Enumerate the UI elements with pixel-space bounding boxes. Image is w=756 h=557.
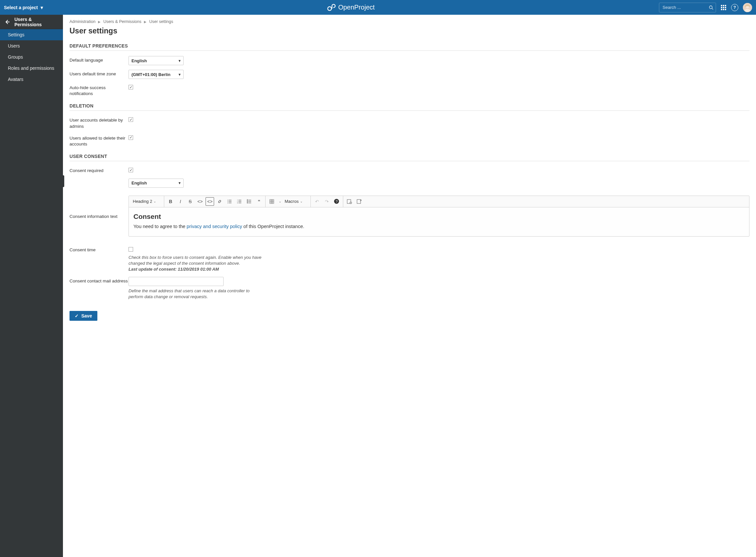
editor-paragraph: You need to agree to the privacy and sec… <box>134 224 745 229</box>
toolbar-macros-select[interactable]: Macros⌄ <box>283 197 308 206</box>
label-default-timezone: Users default time zone <box>69 70 129 77</box>
label-users-delete-own: Users allowed to delete their accounts <box>69 134 129 147</box>
svg-rect-32 <box>357 200 361 203</box>
sidebar-item-avatars[interactable]: Avatars <box>0 74 63 85</box>
table-icon[interactable] <box>268 197 276 206</box>
sidebar-header: Users & Permissions <box>0 15 63 29</box>
input-consent-contact[interactable] <box>129 277 224 286</box>
code-icon[interactable]: <> <box>196 197 204 206</box>
svg-text:3: 3 <box>237 202 238 204</box>
help-icon[interactable]: ? <box>731 4 738 11</box>
svg-point-10 <box>227 203 228 203</box>
chevron-down-icon: ▾ <box>41 5 43 10</box>
strike-icon[interactable]: S <box>186 197 194 206</box>
section-deletion: DELETION <box>69 103 750 109</box>
app-logo[interactable]: OpenProject <box>327 3 375 12</box>
label-auto-hide: Auto-hide success notifications <box>69 84 129 97</box>
preview-icon[interactable] <box>345 197 354 206</box>
label-consent-info: Consent information text <box>69 212 129 219</box>
sidebar-item-settings[interactable]: Settings <box>0 29 63 40</box>
avatar[interactable] <box>743 3 752 12</box>
search-wrap <box>659 3 716 12</box>
svg-point-31 <box>351 203 351 203</box>
section-rule <box>69 110 750 111</box>
bullet-list-icon[interactable] <box>225 197 234 206</box>
svg-rect-22 <box>247 202 248 203</box>
checkbox-users-delete-own[interactable] <box>129 135 133 140</box>
sidebar-resize-handle[interactable] <box>62 175 64 187</box>
search-input[interactable] <box>659 3 716 12</box>
svg-point-0 <box>328 6 331 10</box>
svg-rect-18 <box>247 199 248 200</box>
label-consent-contact: Consent contact mail address <box>69 277 129 284</box>
link-icon[interactable] <box>215 197 224 206</box>
topbar: Select a project ▾ OpenProject ? <box>0 0 756 15</box>
fullscreen-icon[interactable] <box>355 197 364 206</box>
section-default-prefs: DEFAULT PREFERENCES <box>69 43 750 49</box>
help-text-consent-time: Check this box to force users to consent… <box>129 255 263 273</box>
italic-icon[interactable]: I <box>176 197 185 206</box>
svg-rect-24 <box>270 199 274 203</box>
privacy-link[interactable]: privacy and security policy <box>187 224 242 229</box>
breadcrumb: Administration ▶ Users & Permissions ▶ U… <box>69 19 750 24</box>
code-block-icon[interactable]: <> <box>205 197 214 206</box>
label-consent-time: Consent time <box>69 246 129 253</box>
topbar-center: OpenProject <box>43 3 659 12</box>
save-button[interactable]: ✓ Save <box>69 311 97 321</box>
chevron-down-icon: ⌄ <box>300 200 303 203</box>
toolbar-heading-select[interactable]: Heading 2⌄ <box>131 197 162 206</box>
chevron-right-icon: ▶ <box>144 20 146 24</box>
sidebar-item-groups[interactable]: Groups <box>0 52 63 63</box>
editor-toolbar: Heading 2⌄ B I S <> <> 123 “ <box>129 196 749 207</box>
app-logo-text: OpenProject <box>338 4 375 11</box>
number-list-icon[interactable]: 123 <box>235 197 244 206</box>
main-content: Administration ▶ Users & Permissions ▶ U… <box>63 15 756 557</box>
editor-body[interactable]: Consent You need to agree to the privacy… <box>129 207 749 236</box>
rich-text-editor: Heading 2⌄ B I S <> <> 123 “ <box>129 196 750 237</box>
editor-heading: Consent <box>134 213 745 221</box>
check-icon: ✓ <box>75 313 79 319</box>
svg-rect-20 <box>247 201 248 202</box>
chevron-right-icon: ▶ <box>98 20 101 24</box>
select-default-timezone[interactable]: (GMT+01:00) Berlin <box>129 70 184 79</box>
undo-icon[interactable]: ↶ <box>313 197 321 206</box>
chevron-down-icon: ⌄ <box>153 200 156 203</box>
quote-icon[interactable]: “ <box>255 197 263 206</box>
back-arrow-icon[interactable] <box>5 19 10 25</box>
select-consent-language[interactable]: English <box>129 179 184 188</box>
checkbox-consent-required[interactable] <box>129 168 133 172</box>
save-label: Save <box>81 313 92 319</box>
sidebar-item-users[interactable]: Users <box>0 40 63 52</box>
chevron-down-icon[interactable]: ⌄ <box>279 200 281 203</box>
sidebar-title: Users & Permissions <box>15 17 58 27</box>
sidebar-item-roles[interactable]: Roles and permissions <box>0 63 63 74</box>
bold-icon[interactable]: B <box>166 197 175 206</box>
label-empty <box>69 179 129 180</box>
breadcrumb-item[interactable]: Users & Permissions <box>103 19 141 24</box>
checkbox-consent-time[interactable] <box>129 247 133 252</box>
checkbox-deletable-admins[interactable] <box>129 117 133 122</box>
label-default-language: Default language <box>69 56 129 63</box>
label-deletable-admins: User accounts deletable by admins <box>69 116 129 129</box>
page-title: User settings <box>69 27 750 35</box>
svg-point-8 <box>227 201 228 202</box>
help-editor-icon[interactable]: ? <box>332 197 341 206</box>
redo-icon[interactable]: ↷ <box>323 197 331 206</box>
label-consent-required: Consent required <box>69 167 129 174</box>
select-default-language[interactable]: English <box>129 56 184 65</box>
topbar-right: ? <box>659 3 752 12</box>
checkbox-auto-hide[interactable] <box>129 85 133 89</box>
openproject-logo-icon <box>327 3 336 12</box>
apps-grid-icon[interactable] <box>721 5 727 10</box>
project-selector-label: Select a project <box>4 5 38 10</box>
section-user-consent: USER CONSENT <box>69 154 750 159</box>
breadcrumb-item: User settings <box>149 19 173 24</box>
section-rule <box>69 161 750 161</box>
help-text-consent-contact: Define the mail address that users can r… <box>129 288 263 300</box>
sidebar: Users & Permissions Settings Users Group… <box>0 15 63 557</box>
section-rule <box>69 51 750 51</box>
todo-list-icon[interactable] <box>245 197 253 206</box>
project-selector[interactable]: Select a project ▾ <box>4 5 43 10</box>
svg-point-6 <box>227 200 228 200</box>
breadcrumb-item[interactable]: Administration <box>69 19 95 24</box>
